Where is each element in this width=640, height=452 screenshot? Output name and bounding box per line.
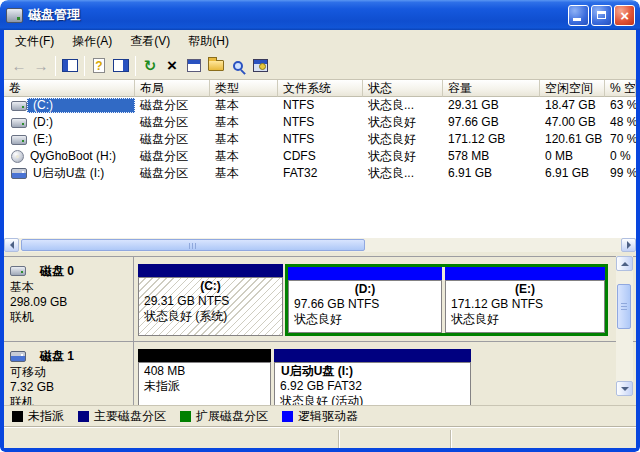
legend-swatch-unallocated: [12, 411, 23, 422]
column-header-type[interactable]: 类型: [210, 80, 278, 97]
help-button[interactable]: ?: [88, 55, 110, 77]
minimize-button[interactable]: [568, 5, 589, 26]
removable-disk-icon: [10, 351, 26, 362]
column-header-free-space[interactable]: 空闲空间: [540, 80, 605, 97]
column-header-capacity[interactable]: 容量: [443, 80, 540, 97]
properties-button[interactable]: [183, 55, 205, 77]
partition-e[interactable]: (E:) 171.12 GB NTFS 状态良好: [445, 267, 605, 333]
scroll-left-button[interactable]: [4, 238, 19, 252]
column-header-percent-free[interactable]: % 空: [605, 80, 636, 97]
scroll-right-button[interactable]: [621, 238, 636, 252]
horizontal-scrollbar[interactable]: [4, 238, 636, 252]
legend-label: 主要磁盘分区: [94, 408, 166, 425]
menu-view[interactable]: 查看(V): [121, 30, 179, 53]
title-bar[interactable]: 磁盘管理 ×: [0, 0, 640, 30]
volume-name: (C:): [27, 98, 135, 113]
partition-c-color-bar: [138, 264, 283, 277]
partition-e-color-bar: [445, 267, 605, 280]
volume-row-i[interactable]: U启动U盘 (I:) 磁盘分区 基本 FAT32 状态良... 6.91 GB …: [4, 165, 636, 182]
vertical-scroll-thumb[interactable]: [617, 284, 631, 329]
arrow-up-icon: [621, 262, 629, 266]
disk-1-label[interactable]: 磁盘 1 可移动 7.32 GB 联机: [4, 342, 134, 405]
legend-swatch-primary: [78, 411, 89, 422]
refresh-button[interactable]: ↻: [139, 55, 161, 77]
partition-d[interactable]: (D:) 97.66 GB NTFS 状态良好: [288, 267, 442, 333]
legend-label: 逻辑驱动器: [298, 408, 358, 425]
scroll-down-button[interactable]: [616, 381, 633, 396]
console-window-icon: [253, 59, 268, 72]
delete-icon: ×: [167, 57, 177, 74]
hard-drive-icon: [11, 101, 27, 111]
usb-drive-icon: [11, 168, 27, 179]
forward-button[interactable]: →: [30, 55, 52, 77]
volume-row-c[interactable]: (C:) 磁盘分区 基本 NTFS 状态良... 29.31 GB 18.47 …: [4, 97, 636, 114]
status-bar: [4, 427, 636, 448]
column-header-layout[interactable]: 布局: [135, 80, 210, 97]
volume-row-h[interactable]: QyGhoBoot (H:) 磁盘分区 基本 CDFS 状态良好 578 MB …: [4, 148, 636, 165]
console-tree-icon: [62, 59, 78, 72]
volume-row-d[interactable]: (D:) 磁盘分区 基本 NTFS 状态良好 97.66 GB 47.00 GB…: [4, 114, 636, 131]
volume-layout: 磁盘分区: [135, 131, 210, 148]
status-panel: [4, 430, 338, 448]
extended-partition: (D:) 97.66 GB NTFS 状态良好 (E:) 171.12 GB N…: [285, 264, 608, 336]
open-folder-button[interactable]: [205, 55, 227, 77]
disk-size: 298.09 GB: [10, 295, 131, 310]
volume-percent-free: 0 %: [605, 148, 636, 165]
show-action-pane-button[interactable]: [110, 55, 132, 77]
volume-row-e[interactable]: (E:) 磁盘分区 基本 NTFS 状态良好 171.12 GB 120.61 …: [4, 131, 636, 148]
window-title: 磁盘管理: [28, 6, 568, 24]
menu-action[interactable]: 操作(A): [63, 30, 121, 53]
volume-status: 状态良...: [363, 97, 443, 114]
volume-capacity: 578 MB: [443, 148, 540, 165]
console-settings-button[interactable]: [249, 55, 271, 77]
volume-layout: 磁盘分区: [135, 165, 210, 182]
volume-type: 基本: [210, 148, 278, 165]
refresh-icon: ↻: [144, 58, 157, 73]
menu-file[interactable]: 文件(F): [6, 30, 63, 53]
unallocated-region[interactable]: 408 MB 未指派: [138, 349, 271, 405]
legend-item-unallocated: 未指派: [12, 408, 64, 425]
volume-filesystem: CDFS: [278, 148, 363, 165]
volume-table-header: 卷 布局 类型 文件系统 状态 容量 空闲空间 % 空: [4, 80, 636, 97]
volume-name: (D:): [27, 115, 135, 130]
disk-1-graph: 408 MB 未指派 U启动U盘 (I:) 6.92 GB FAT32 状态良好…: [134, 342, 636, 405]
disk-state: 联机: [10, 310, 131, 325]
hard-drive-icon: [11, 118, 27, 128]
column-header-filesystem[interactable]: 文件系统: [278, 80, 363, 97]
back-icon: ←: [12, 58, 27, 73]
scroll-up-button[interactable]: [616, 256, 633, 271]
partition-i[interactable]: U启动U盘 (I:) 6.92 GB FAT32 状态良好 (活动): [274, 349, 471, 405]
hard-disk-icon: [10, 266, 26, 276]
disk-0-label[interactable]: 磁盘 0 基本 298.09 GB 联机: [4, 257, 134, 341]
horizontal-scroll-track[interactable]: [19, 238, 621, 252]
volume-status: 状态良...: [363, 165, 443, 182]
disk-name: 磁盘 0: [40, 263, 74, 280]
close-button[interactable]: ×: [614, 5, 635, 26]
toolbar-separator: [135, 56, 136, 76]
partition-size: 171.12 GB NTFS: [446, 297, 604, 312]
close-icon: ×: [620, 8, 629, 23]
disk-management-window: 磁盘管理 × 文件(F) 操作(A) 查看(V) 帮助(H) ← → ? ↻ ×: [0, 0, 640, 452]
disk-type: 可移动: [10, 365, 131, 380]
legend-label: 未指派: [28, 408, 64, 425]
show-console-tree-button[interactable]: [59, 55, 81, 77]
column-header-status[interactable]: 状态: [363, 80, 443, 97]
partition-status: 状态良好: [289, 312, 441, 327]
menu-help[interactable]: 帮助(H): [179, 30, 238, 53]
maximize-button[interactable]: [591, 5, 612, 26]
volume-name: U启动U盘 (I:): [27, 166, 135, 181]
vertical-scroll-track[interactable]: [616, 271, 633, 381]
delete-button[interactable]: ×: [161, 55, 183, 77]
partition-status: 状态良好 (系统): [139, 309, 282, 324]
zoom-button[interactable]: [227, 55, 249, 77]
properties-icon: [187, 59, 201, 72]
partition-c[interactable]: (C:) 29.31 GB NTFS 状态良好 (系统): [138, 264, 283, 336]
back-button[interactable]: ←: [8, 55, 30, 77]
partition-i-color-bar: [274, 349, 471, 362]
column-header-volume[interactable]: 卷: [4, 80, 135, 97]
menu-bar: 文件(F) 操作(A) 查看(V) 帮助(H): [4, 30, 636, 52]
vertical-scrollbar[interactable]: [616, 256, 633, 396]
volume-capacity: 6.91 GB: [443, 165, 540, 182]
horizontal-scroll-thumb[interactable]: [21, 239, 365, 251]
volume-capacity: 171.12 GB: [443, 131, 540, 148]
